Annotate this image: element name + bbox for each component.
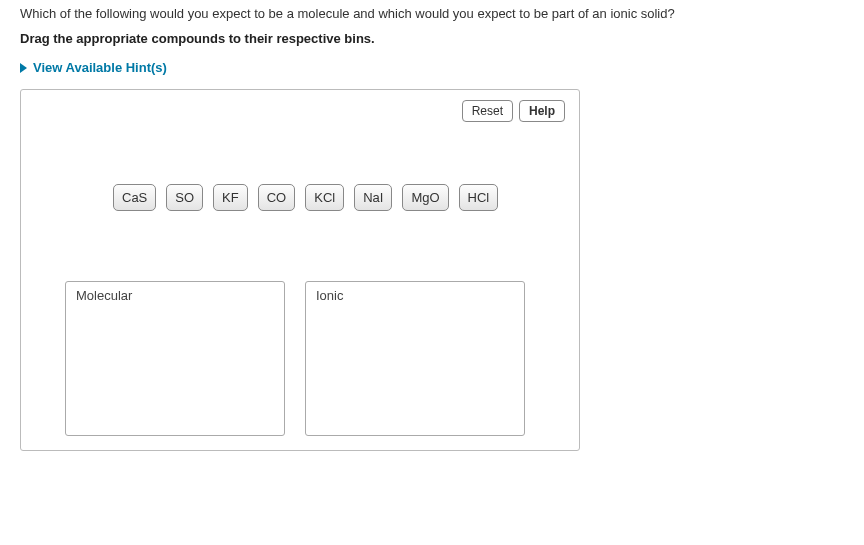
- compound-item[interactable]: CaS: [113, 184, 156, 211]
- activity-controls: Reset Help: [462, 100, 565, 122]
- compound-item[interactable]: CO: [258, 184, 296, 211]
- ionic-bin-label: Ionic: [316, 288, 514, 303]
- compound-item[interactable]: KCl: [305, 184, 344, 211]
- help-button[interactable]: Help: [519, 100, 565, 122]
- molecular-bin[interactable]: Molecular: [65, 281, 285, 436]
- question-text: Which of the following would you expect …: [20, 6, 844, 21]
- compound-item[interactable]: NaI: [354, 184, 392, 211]
- instruction-text: Drag the appropriate compounds to their …: [20, 31, 844, 46]
- compound-item[interactable]: MgO: [402, 184, 448, 211]
- drop-bins: Molecular Ionic: [35, 281, 565, 436]
- drag-drop-activity: Reset Help CaS SO KF CO KCl NaI MgO HCl …: [20, 89, 580, 451]
- compound-items-area: CaS SO KF CO KCl NaI MgO HCl: [35, 184, 565, 211]
- reset-button[interactable]: Reset: [462, 100, 513, 122]
- compound-item[interactable]: HCl: [459, 184, 499, 211]
- compound-item[interactable]: SO: [166, 184, 203, 211]
- view-hints-toggle[interactable]: View Available Hint(s): [20, 60, 844, 75]
- exercise-container: Which of the following would you expect …: [0, 0, 864, 471]
- ionic-bin[interactable]: Ionic: [305, 281, 525, 436]
- triangle-right-icon: [20, 63, 27, 73]
- compound-item[interactable]: KF: [213, 184, 248, 211]
- molecular-bin-label: Molecular: [76, 288, 274, 303]
- hints-label: View Available Hint(s): [33, 60, 167, 75]
